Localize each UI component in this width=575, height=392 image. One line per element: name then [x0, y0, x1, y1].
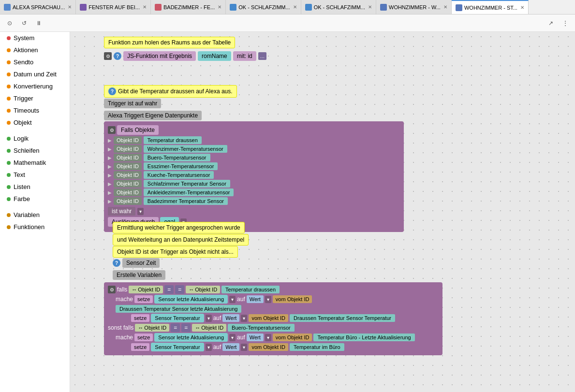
sidebar-label-trigger: Trigger	[14, 95, 33, 102]
tab-close-wohn2[interactable]: ✕	[520, 5, 524, 10]
tab-label-wohn2: WOHNZIMMER - ST...	[464, 5, 517, 11]
tab-close-fenster[interactable]: ✕	[143, 4, 147, 10]
wert-dropdown-3[interactable]: ▾	[265, 334, 271, 341]
tab-fenster[interactable]: FENSTER AUF BEI... ✕	[76, 0, 151, 15]
sidebar-item-text[interactable]: Text	[0, 169, 70, 181]
obj-val-6[interactable]: Ankleidezimmer-Temperatursensor	[144, 189, 234, 196]
obj-val-0[interactable]: Temperatur draussen	[144, 136, 202, 144]
obj-val-1[interactable]: Wohnzimmer-Temperatursensor	[144, 145, 227, 153]
vom-label-1: vom Objekt ID	[273, 295, 312, 303]
wert-dropdown-4[interactable]: ▾	[241, 344, 247, 351]
sidebar-dot-farbe	[7, 197, 11, 201]
obj-val-3[interactable]: Esszimer-Temperatursensor	[144, 162, 218, 170]
sensor-letzt-dropdown[interactable]: ▾	[229, 296, 236, 303]
sidebar-item-sendto[interactable]: Sendto	[0, 56, 70, 68]
sidebar-item-objekt[interactable]: Objekt	[0, 116, 70, 129]
setze-label-3: setze	[134, 334, 153, 341]
sidebar-item-system[interactable]: System	[0, 32, 70, 44]
auf-label-2: auf	[213, 315, 221, 321]
tab-close-alexa[interactable]: ✕	[68, 4, 72, 10]
sonst-falls-row: sonst falls ↔ Objekt ID = = ↔ Objekt ID …	[108, 323, 439, 332]
canvas-area[interactable]: Funktion zum holen des Raums aus der Tab…	[70, 32, 575, 392]
obj-row-3: ▶ Objekt ID Esszimer-Temperatursensor	[108, 162, 400, 170]
falls-objekte-section[interactable]: ⚙ Falls Objekte ▶ Objekt ID Temperatur d…	[104, 121, 404, 232]
alexa-trigger-block[interactable]: Alexa Triggert Eigene Datenpunkte	[104, 111, 202, 120]
sidebar-item-logik[interactable]: Logik	[0, 132, 70, 145]
sensor-temp-dropdown-4[interactable]: ▾	[206, 344, 212, 351]
sidebar-label-text: Text	[14, 171, 25, 178]
js-function-block[interactable]: ⚙ ? JS-Funktion mit Ergebnis romName mit…	[104, 51, 266, 61]
tab-close-bad[interactable]: ✕	[218, 4, 221, 10]
ist-wahr-label: ist wahr	[108, 207, 135, 216]
tab-close-wohn1[interactable]: ✕	[443, 4, 447, 10]
sensor-temp-dropdown[interactable]: ▾	[206, 315, 212, 322]
sidebar-item-schleifen[interactable]: Schleifen	[0, 145, 70, 157]
falls-condition-block[interactable]: ⚙ falls ↔ Objekt ID = = ↔ Objekt ID Temp…	[104, 282, 442, 355]
sensor-zeit-block[interactable]: ? Sensor Zeit	[113, 258, 160, 268]
obj-id-sonst2: Objekt ID	[201, 325, 223, 331]
comment-block-1[interactable]: Funktion zum holen des Raums aus der Tab…	[104, 37, 235, 48]
sidebar-spacer1	[0, 129, 70, 132]
comment-block-2[interactable]: ? Gibt die Temperatur draussen auf Alexa…	[104, 85, 237, 98]
sidebar-label-mathematik: Mathematik	[14, 159, 46, 166]
mache-row-1: mache setze Sensor letzte Aktualisierung…	[116, 295, 439, 313]
refresh-button[interactable]: ↺	[18, 17, 30, 29]
falls-objekte-label: Falls Objekte	[117, 125, 159, 135]
sidebar-label-system: System	[14, 34, 34, 42]
sidebar-dot-logik	[7, 137, 11, 141]
setze-label-2: setze	[131, 314, 149, 322]
buero-temp-val: Buero-Temperatursensor	[228, 324, 295, 332]
tab-close-ok2[interactable]: ✕	[368, 4, 372, 10]
comment-block-5[interactable]: Objekt ID ist der Trigger als Objekt nic…	[113, 246, 238, 258]
sidebar-item-aktionen[interactable]: Aktionen	[0, 44, 70, 56]
tab-close-ok1[interactable]: ✕	[293, 4, 297, 10]
comment-block-4[interactable]: und Weiterleitung an den Datenpunkt Zeit…	[113, 234, 249, 246]
obj-val-2[interactable]: Buero-Temperatursensor	[144, 154, 210, 161]
erstelle-var-block[interactable]: Erstelle Variablen	[113, 270, 165, 280]
sidebar-item-variablen[interactable]: Variablen	[0, 209, 70, 221]
sidebar-item-listen[interactable]: Listen	[0, 181, 70, 193]
eq-op-2: =	[175, 285, 184, 294]
sidebar-item-funktionen[interactable]: Funktionen	[0, 221, 70, 233]
comment-block-3[interactable]: Ermittlung welcher Trigger angesprochen …	[113, 222, 245, 233]
ist-wahr-dropdown[interactable]: ▾	[137, 208, 144, 215]
obj-row-5: ▶ Objekt ID Schlafzimmer Temperatur Sens…	[108, 180, 400, 188]
tab-wohn2[interactable]: WOHNZIMMER - ST... ✕	[452, 0, 529, 15]
sidebar: System Aktionen Sendto Datum und Zeit Ko…	[0, 32, 70, 392]
trigger-ist-block[interactable]: Trigger ist auf wahr	[104, 99, 161, 108]
obj-val-7[interactable]: Badezimmer Temperatur Sensor	[144, 197, 228, 205]
tab-alexa[interactable]: ALEXA SPRACHAU... ✕	[0, 0, 76, 15]
mache-row-4: setze Sensor Temperatur ▾ auf Wert ▾ vom…	[131, 343, 439, 351]
sidebar-item-trigger[interactable]: Trigger	[0, 92, 70, 104]
sidebar-item-datum[interactable]: Datum und Zeit	[0, 68, 70, 80]
tab-ok2[interactable]: OK - SCHLAFZIMM... ✕	[301, 0, 376, 15]
obj-row-0: ▶ Objekt ID Temperatur draussen	[108, 136, 400, 144]
obj-row-1: ▶ Objekt ID Wohnzimmer-Temperatursensor	[108, 145, 400, 153]
pause-button[interactable]: ⏸	[33, 17, 44, 29]
obj-val-4[interactable]: Kueche-Temperatursensor	[144, 171, 214, 179]
obj-val-5[interactable]: Schlafzimmer Temperatur Sensor	[144, 180, 230, 188]
wert-dropdown-2[interactable]: ▾	[241, 315, 247, 322]
tab-wohn1[interactable]: WOHNZIMMER - W... ✕	[376, 0, 452, 15]
tab-icon-fenster	[80, 4, 87, 11]
mache-label-1: mache	[116, 296, 133, 303]
comment-text-5: Objekt ID ist der Trigger als Objekt nic…	[117, 248, 234, 255]
obj-id-5: Objekt ID	[114, 180, 142, 188]
sidebar-item-mathematik[interactable]: Mathematik	[0, 157, 70, 169]
arrow-2: ▶	[108, 155, 112, 160]
obj-id-sonst: Objekt ID	[144, 325, 166, 331]
eq-op-3: =	[171, 323, 180, 332]
sidebar-dot-schleifen	[7, 149, 11, 153]
wert-dropdown[interactable]: ▾	[265, 296, 271, 303]
sensor-letzt-dropdown-3[interactable]: ▾	[229, 334, 236, 341]
sidebar-item-konvertierung[interactable]: Konvertierung	[0, 80, 70, 92]
sidebar-item-timeouts[interactable]: Timeouts	[0, 104, 70, 116]
more-button[interactable]: ⋮	[560, 17, 571, 29]
mache-row-2: setze Sensor Temperatur ▾ auf Wert ▾ vom…	[131, 314, 439, 322]
tab-ok1[interactable]: OK - SCHLAFZIMM... ✕	[226, 0, 301, 15]
js-dots[interactable]: ...	[258, 52, 266, 60]
tab-bad[interactable]: BADEZIMMER - FE... ✕	[151, 0, 226, 15]
target-button[interactable]: ⊙	[4, 17, 15, 29]
sidebar-item-farbe[interactable]: Farbe	[0, 193, 70, 205]
export-button[interactable]: ↗	[545, 17, 557, 29]
